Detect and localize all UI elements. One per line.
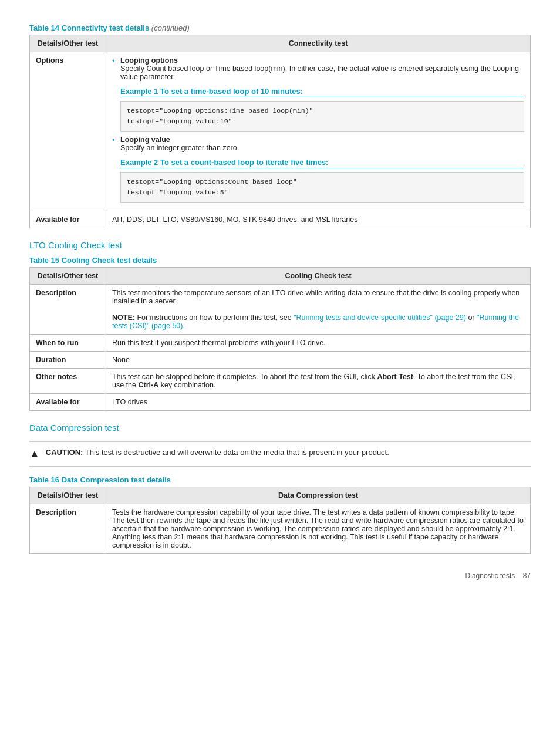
table15-title: Table 15 Cooling Check test details	[29, 256, 531, 265]
table-row: Description This test monitors the tempe…	[30, 284, 531, 334]
other-notes-label: Other notes	[30, 368, 106, 393]
duration-label: Duration	[30, 351, 106, 368]
list-item: Looping options Specify Count based loop…	[112, 56, 524, 132]
table16-title: Table 16 Data Compression test details	[29, 475, 531, 484]
data-compression-section-heading: Data Compression test	[29, 423, 531, 433]
caution-box: ▲ CAUTION: This test is destructive and …	[29, 441, 531, 467]
available-for-value: LTO drives	[106, 393, 531, 410]
table-row: Available for AIT, DDS, DLT, LTO, VS80/V…	[30, 211, 531, 228]
when-to-run-label: When to run	[30, 334, 106, 351]
table16-col1-header: Details/Other test	[30, 487, 106, 504]
table-row: Other notes This test can be stopped bef…	[30, 368, 531, 393]
available-for-label: Available for	[30, 211, 106, 228]
description-value: Tests the hardware compression capabilit…	[106, 504, 531, 553]
description-label: Description	[30, 284, 106, 334]
table-row: When to run Run this test if you suspect…	[30, 334, 531, 351]
table15-col2-header: Cooling Check test	[106, 267, 531, 284]
description-label: Description	[30, 504, 106, 553]
example2-code: testopt="Looping Options:Count based loo…	[120, 172, 524, 203]
table14-col2-header: Connectivity test	[106, 35, 531, 52]
table14-col1-header: Details/Other test	[30, 35, 106, 52]
options-list: Looping options Specify Count based loop…	[112, 56, 524, 203]
table-row: Options Looping options Specify Count ba…	[30, 52, 531, 211]
caution-triangle-icon: ▲	[29, 448, 40, 460]
caution-content: CAUTION: This test is destructive and wi…	[46, 448, 389, 457]
list-item: Looping value Specify an integer greater…	[112, 136, 524, 203]
available-for-value: AIT, DDS, DLT, LTO, VS80/VS160, MO, STK …	[106, 211, 531, 228]
table15-col1-header: Details/Other test	[30, 267, 106, 284]
table14-title: Table 14 Connectivity test details (cont…	[29, 23, 531, 32]
table15: Details/Other test Cooling Check test De…	[29, 267, 531, 411]
when-to-run-value: Run this test if you suspect thermal pro…	[106, 334, 531, 351]
example1-code: testopt="Looping Options:Time based loop…	[120, 101, 524, 132]
available-for-label: Available for	[30, 393, 106, 410]
example1-heading: Example 1 To set a time-based loop of 10…	[120, 87, 524, 97]
table16-col2-header: Data Compression test	[106, 487, 531, 504]
options-content: Looping options Specify Count based loop…	[106, 52, 531, 211]
table-row: Description Tests the hardware compressi…	[30, 504, 531, 553]
options-label: Options	[30, 52, 106, 211]
other-notes-value: This test can be stopped before it compl…	[106, 368, 531, 393]
footer-section: Diagnostic tests	[465, 572, 515, 580]
table-row: Duration None	[30, 351, 531, 368]
note-link1[interactable]: "Running tests and device-specific utili…	[294, 313, 466, 322]
duration-value: None	[106, 351, 531, 368]
lto-section-heading: LTO Cooling Check test	[29, 240, 531, 250]
note-label: NOTE:	[112, 313, 135, 322]
table-row: Available for LTO drives	[30, 393, 531, 410]
description-content: This test monitors the temperature senso…	[106, 284, 531, 334]
example2-heading: Example 2 To set a count-based loop to i…	[120, 158, 524, 168]
table16: Details/Other test Data Compression test…	[29, 487, 531, 554]
table14: Details/Other test Connectivity test Opt…	[29, 35, 531, 228]
footer-page-number: 87	[523, 572, 531, 580]
page-footer: Diagnostic tests 87	[29, 572, 531, 580]
